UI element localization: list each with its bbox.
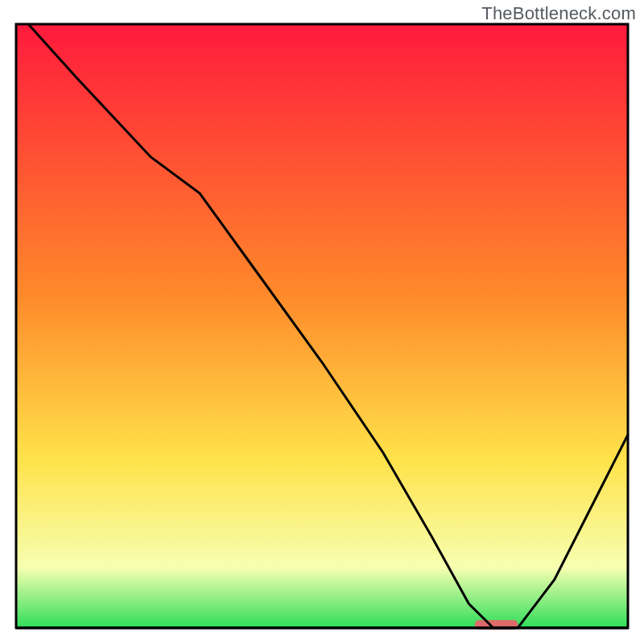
watermark-text: TheBottleneck.com (481, 3, 636, 24)
chart-svg (0, 0, 644, 644)
gradient-background (16, 24, 628, 628)
bottleneck-chart: TheBottleneck.com (0, 0, 644, 644)
